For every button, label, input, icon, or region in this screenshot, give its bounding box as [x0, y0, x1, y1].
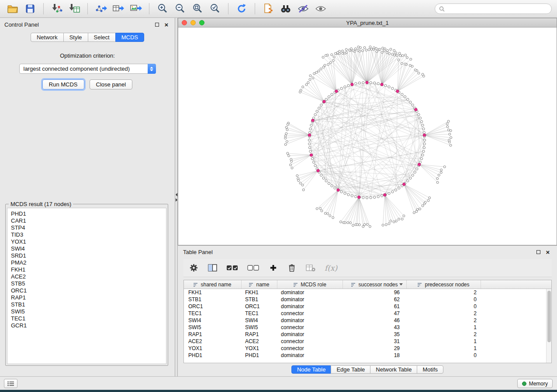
table-scrollbar[interactable] [546, 289, 551, 363]
column-header-name[interactable]: name [242, 280, 277, 289]
collapse-right-icon[interactable] [176, 198, 177, 202]
mcds-result-item[interactable]: PMA2 [11, 259, 166, 266]
optimization-criterion-label: Optimization criterion: [0, 52, 175, 59]
mcds-result-item[interactable]: ORC1 [11, 287, 166, 294]
tab-edge-table[interactable]: Edge Table [331, 365, 370, 374]
mcds-result-item[interactable]: STP4 [11, 224, 166, 231]
table-row[interactable]: FKH1FKH1dominator962 [184, 289, 546, 296]
delete-table-button[interactable] [306, 262, 315, 274]
show-all-button[interactable] [313, 2, 328, 15]
table-cell: 2 [407, 310, 481, 317]
memory-status-icon [522, 382, 526, 386]
import-table-button[interactable] [67, 2, 82, 15]
add-column-button[interactable] [268, 262, 278, 274]
tab-style[interactable]: Style [63, 33, 88, 42]
table-row[interactable]: PHD1PHD1dominator180 [184, 352, 546, 359]
tab-motifs[interactable]: Motifs [417, 365, 443, 374]
tab-network[interactable]: Network [31, 33, 64, 42]
table-row[interactable]: RAP1RAP1dominator352 [184, 331, 546, 338]
mcds-result-item[interactable]: PHD1 [11, 210, 166, 217]
open-file-button[interactable] [5, 2, 20, 15]
table-row[interactable]: ACE2ACE2connector311 [184, 338, 546, 345]
table-row[interactable]: STB1STB1dominator620 [184, 296, 546, 303]
refresh-button[interactable] [234, 2, 249, 15]
mcds-result-item[interactable]: SWI4 [11, 245, 166, 252]
network-canvas[interactable] [178, 28, 557, 245]
export-table-button[interactable] [111, 2, 126, 15]
import-network-button[interactable] [49, 2, 64, 15]
criterion-value: largest connected component (undirected) [24, 65, 130, 72]
export-network-button[interactable] [93, 2, 108, 15]
zoom-selected-button[interactable] [208, 2, 222, 15]
float-panel-button[interactable] [153, 21, 161, 28]
float-table-panel-button[interactable] [534, 248, 542, 256]
function-builder-button[interactable]: f(x) [325, 262, 337, 274]
first-neighbors-button[interactable] [278, 2, 293, 15]
memory-button[interactable]: Memory [517, 379, 553, 388]
mcds-result-item[interactable]: CAR1 [11, 217, 166, 224]
mcds-result-item[interactable]: TEC1 [11, 315, 166, 322]
column-header-successor-nodes[interactable]: successor nodes [343, 280, 407, 289]
collapse-left-icon[interactable] [176, 193, 177, 196]
close-panel-button[interactable]: × [163, 21, 170, 28]
search-input[interactable] [447, 6, 547, 12]
run-mcds-button[interactable]: Run MCDS [42, 79, 84, 89]
network-window-titlebar[interactable]: YPA_prune.txt_1 [178, 18, 557, 28]
table-cell: TEC1 [184, 310, 242, 317]
zoom-fit-button[interactable] [190, 2, 205, 15]
maximize-window-button[interactable] [199, 20, 204, 25]
close-table-panel-button[interactable]: × [544, 248, 552, 256]
mcds-result-item[interactable]: RAP1 [11, 294, 166, 301]
minimize-window-button[interactable] [190, 20, 196, 25]
table-row[interactable]: ORC1ORC1dominator610 [184, 303, 546, 310]
table-cell: PHD1 [184, 352, 242, 359]
delete-column-button[interactable] [287, 262, 297, 274]
export-image-button[interactable] [128, 2, 143, 15]
mcds-result-item[interactable]: YOX1 [11, 238, 166, 245]
show-columns-button[interactable] [208, 262, 217, 274]
mcds-result-item[interactable]: FKH1 [11, 266, 166, 273]
table-settings-button[interactable] [189, 262, 198, 274]
mcds-result-item[interactable]: SRD1 [11, 252, 166, 259]
mcds-result-item[interactable]: SWI5 [11, 308, 166, 315]
table-cell: 61 [343, 303, 407, 310]
column-header-shared-name[interactable]: shared name [184, 280, 242, 289]
tab-select[interactable]: Select [88, 33, 116, 42]
table-row[interactable]: SWI4SWI4dominator462 [184, 317, 546, 324]
mcds-result-item[interactable]: STB1 [11, 301, 166, 308]
zoom-out-button[interactable] [173, 2, 187, 15]
tab-mcds[interactable]: MCDS [115, 33, 144, 42]
zoom-in-button[interactable] [155, 2, 170, 15]
table-cell: 1 [407, 338, 481, 345]
deselect-all-button[interactable] [247, 262, 259, 274]
tab-network-table[interactable]: Network Table [370, 365, 417, 374]
close-panel-action-button[interactable]: Close panel [90, 79, 133, 89]
table-cell: SWI5 [242, 324, 277, 331]
save-button[interactable] [23, 2, 38, 15]
zoom-in-icon [157, 3, 168, 14]
clone-network-button[interactable] [261, 2, 276, 15]
scrollbar-thumb[interactable] [547, 291, 551, 342]
tab-node-table[interactable]: Node Table [291, 365, 332, 374]
mcds-result-item[interactable]: GCR1 [11, 322, 166, 329]
column-header-predecessor-nodes[interactable]: predecessor nodes [407, 280, 481, 289]
table-cell: ACE2 [242, 338, 277, 345]
mcds-result-item[interactable]: TID3 [11, 231, 166, 238]
table-panel-tabs: Node Table Edge Table Network Table Moti… [178, 365, 557, 374]
criterion-dropdown[interactable]: largest connected component (undirected) [19, 64, 156, 74]
task-history-button[interactable] [4, 379, 17, 388]
search-box[interactable] [435, 3, 552, 14]
network-graph[interactable] [178, 28, 557, 245]
table-row[interactable]: TEC1TEC1connector472 [184, 310, 546, 317]
select-all-button[interactable] [226, 262, 238, 274]
table-row[interactable]: YOX1YOX1connector291 [184, 345, 546, 352]
mcds-result-item[interactable]: ACE2 [11, 273, 166, 280]
table-row[interactable]: SWI5SWI5connector431 [184, 324, 546, 331]
table-body[interactable]: FKH1FKH1dominator962STB1STB1dominator620… [184, 289, 546, 363]
close-window-button[interactable] [182, 20, 187, 25]
mcds-result-item[interactable]: STB5 [11, 280, 166, 287]
table-cell: 43 [343, 324, 407, 331]
mcds-result-list[interactable]: PHD1CAR1STP4TID3YOX1SWI4SRD1PMA2FKH1ACE2… [7, 208, 166, 364]
hide-selected-button[interactable] [296, 2, 311, 15]
column-header-mcds-role[interactable]: MCDS role [277, 280, 343, 289]
